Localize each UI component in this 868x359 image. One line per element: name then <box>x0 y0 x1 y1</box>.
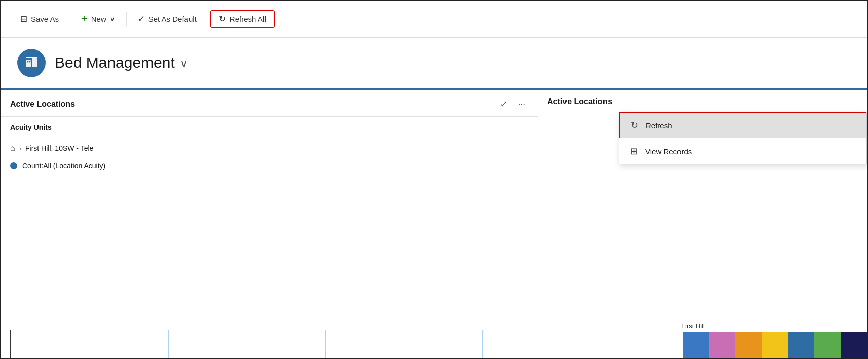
chart-line-5 <box>325 330 326 359</box>
count-label: Count:All (Location Acuity) <box>22 162 105 170</box>
save-as-icon: ⊟ <box>20 14 27 24</box>
new-label: New <box>91 15 106 23</box>
new-button[interactable]: + New ∨ <box>72 9 124 29</box>
view-records-menu-item[interactable]: ⊞ View Records <box>619 138 866 164</box>
refresh-all-label: Refresh All <box>230 15 267 23</box>
color-block-1 <box>683 332 709 359</box>
more-options-button[interactable]: ··· <box>515 98 529 111</box>
left-panel-header: Active Locations ⤢ ··· <box>1 90 538 117</box>
set-as-default-button[interactable]: ✓ Set As Default <box>129 10 206 28</box>
content-area: Active Locations ⤢ ··· Acuity Units ⌂ › … <box>1 88 867 359</box>
first-hill-label: First Hill <box>681 322 705 330</box>
chart-line-6 <box>404 330 404 359</box>
checkmark-icon: ✓ <box>138 14 145 24</box>
svg-point-3 <box>27 61 29 62</box>
refresh-menu-icon: ↻ <box>631 120 638 131</box>
save-as-label: Save As <box>31 15 59 23</box>
count-row: Count:All (Location Acuity) <box>1 158 538 174</box>
acuity-section: Acuity Units <box>1 117 538 138</box>
app-icon <box>17 49 46 77</box>
location-text: First Hill, 10SW - Tele <box>25 144 93 152</box>
chart-line-4 <box>247 330 247 359</box>
chart-line-1 <box>10 330 11 359</box>
chart-line-7 <box>482 330 483 359</box>
left-panel-title: Active Locations <box>10 100 75 109</box>
location-row: ⌂ › First Hill, 10SW - Tele <box>1 138 538 158</box>
acuity-label: Acuity Units <box>10 123 52 131</box>
view-records-label: View Records <box>645 147 692 156</box>
toolbar: ⊟ Save As + New ∨ ✓ Set As Default ↻ Ref… <box>1 1 867 38</box>
color-block-6 <box>814 332 841 359</box>
view-records-icon: ⊞ <box>630 146 638 157</box>
color-block-5 <box>788 332 814 359</box>
chart-area <box>1 174 538 359</box>
chart-line-3 <box>168 330 169 359</box>
set-as-default-label: Set As Default <box>148 15 197 23</box>
color-block-7 <box>841 332 867 359</box>
page-title: Bed Management <box>55 54 175 71</box>
expand-icon-button[interactable]: ⤢ <box>497 97 510 111</box>
refresh-menu-label: Refresh <box>646 121 672 130</box>
separator-1 <box>70 12 70 26</box>
right-panel: Active Locations ↻ Refresh ⊞ View Record… <box>538 88 867 359</box>
home-icon: ⌂ <box>10 143 15 153</box>
svg-point-4 <box>29 61 31 62</box>
refresh-menu-item[interactable]: ↻ Refresh <box>619 112 866 138</box>
right-panel-header: Active Locations <box>538 90 867 112</box>
separator-3 <box>208 12 208 26</box>
color-block-2 <box>709 332 735 359</box>
chart-line-2 <box>90 330 90 359</box>
page-title-chevron-icon[interactable]: ∨ <box>180 57 188 70</box>
color-block-3 <box>735 332 762 359</box>
color-block-4 <box>762 332 788 359</box>
page-title-wrap: Bed Management ∨ <box>55 54 188 71</box>
dropdown-menu: ↻ Refresh ⊞ View Records <box>619 112 867 164</box>
new-chevron-icon: ∨ <box>110 15 115 23</box>
refresh-all-icon: ↻ <box>219 14 226 24</box>
count-dot <box>10 162 17 169</box>
svg-rect-1 <box>32 58 37 67</box>
location-chevron-icon: › <box>19 145 21 152</box>
right-panel-title: Active Locations <box>547 97 612 106</box>
page-header: Bed Management ∨ <box>1 38 867 88</box>
plus-icon: + <box>82 13 88 25</box>
panel-header-icons: ⤢ ··· <box>497 97 529 111</box>
refresh-all-button[interactable]: ↻ Refresh All <box>210 10 275 28</box>
separator-2 <box>126 12 127 26</box>
save-as-button[interactable]: ⊟ Save As <box>11 10 68 28</box>
chart-color-blocks <box>683 332 867 359</box>
left-panel: Active Locations ⤢ ··· Acuity Units ⌂ › … <box>1 88 538 359</box>
